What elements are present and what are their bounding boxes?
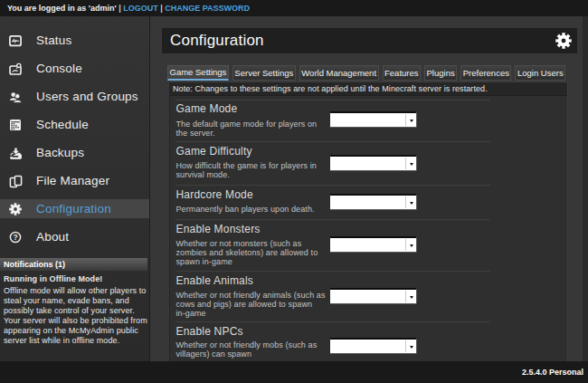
svg-text:?: ? <box>13 233 17 242</box>
